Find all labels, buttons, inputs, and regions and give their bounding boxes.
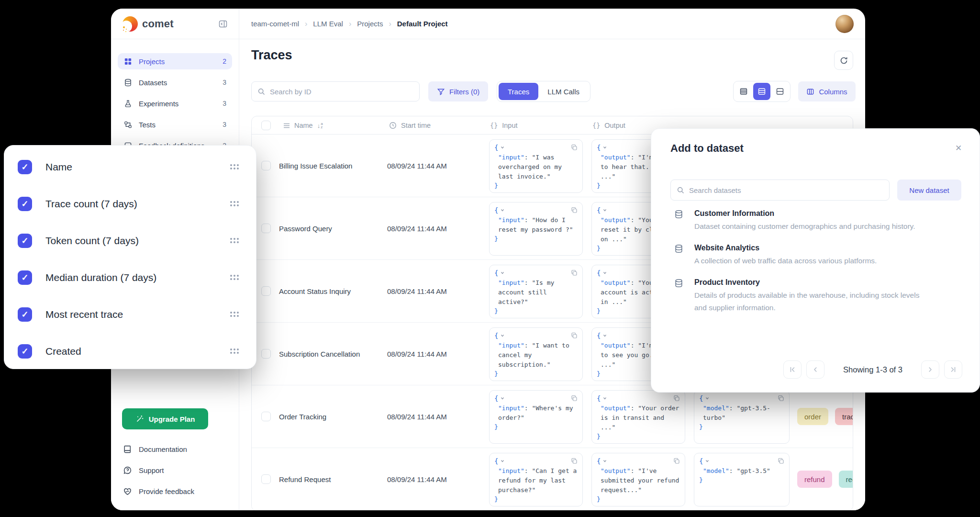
column-option-label: Most recent trace: [45, 309, 123, 320]
column-option-row: ✓ Created: [4, 333, 256, 370]
column-header-start-time[interactable]: Start time: [389, 116, 431, 135]
dataset-search-input[interactable]: [689, 186, 883, 194]
copy-icon[interactable]: [778, 395, 784, 402]
row-checkbox[interactable]: [261, 224, 271, 233]
chevron-down-icon[interactable]: [500, 145, 505, 150]
chevron-down-icon[interactable]: [500, 333, 505, 338]
trace-start-time: 08/09/24 11:44 AM: [387, 162, 447, 170]
breadcrumb-section[interactable]: LLM Eval: [313, 20, 343, 28]
copy-icon[interactable]: [673, 395, 680, 402]
tag-badge: order: [797, 408, 828, 425]
model-json-cell: { "model": "gpt-3.5" }: [694, 453, 790, 506]
collapse-sidebar-icon[interactable]: [217, 18, 229, 30]
row-height-large-icon[interactable]: [771, 83, 789, 100]
drag-handle-icon[interactable]: [230, 238, 239, 243]
copy-icon[interactable]: [571, 270, 578, 276]
column-option-row: ✓ Trace count (7 days): [4, 185, 256, 222]
column-header-label: Input: [502, 122, 517, 129]
chevron-down-icon[interactable]: [602, 459, 607, 463]
new-dataset-button[interactable]: New dataset: [897, 180, 961, 201]
chevron-down-icon[interactable]: [602, 208, 607, 213]
comet-logo-icon: [122, 16, 138, 32]
breadcrumb-current-page: Default Project: [397, 20, 448, 28]
copy-icon[interactable]: [571, 144, 578, 151]
dataset-item-customer-information[interactable]: Customer Information Dataset containing …: [674, 209, 962, 233]
select-all-checkbox[interactable]: [261, 121, 271, 130]
column-checkbox-checked[interactable]: ✓: [18, 160, 32, 174]
row-checkbox[interactable]: [261, 474, 271, 484]
row-height-medium-icon[interactable]: [753, 83, 770, 100]
sidebar-link-support[interactable]: Support: [111, 460, 239, 481]
breadcrumb-projects[interactable]: Projects: [357, 20, 383, 28]
drag-handle-icon[interactable]: [230, 201, 239, 206]
table-row[interactable]: Order Tracking 08/09/24 11:44 AM { "inpu…: [252, 385, 853, 448]
row-height-small-icon[interactable]: [735, 83, 752, 100]
close-icon[interactable]: ✕: [952, 141, 965, 155]
sidebar-item-experiments[interactable]: Experiments 3: [118, 95, 232, 112]
first-page-button[interactable]: [783, 360, 802, 379]
column-checkbox-checked[interactable]: ✓: [18, 197, 32, 211]
chevron-down-icon[interactable]: [602, 333, 607, 338]
copy-icon[interactable]: [571, 395, 578, 402]
chevron-down-icon[interactable]: [602, 270, 607, 275]
copy-icon[interactable]: [571, 207, 578, 214]
chevron-down-icon[interactable]: [500, 396, 505, 401]
breadcrumb-separator: ›: [349, 20, 351, 28]
breadcrumb-workspace[interactable]: team-comet-ml: [251, 20, 299, 28]
dataset-item-website-analytics[interactable]: Website Analytics A collection of web tr…: [674, 244, 962, 267]
column-checkbox-checked[interactable]: ✓: [18, 344, 32, 359]
next-page-button[interactable]: [921, 360, 939, 379]
trace-name: Password Query: [279, 225, 332, 233]
column-header-name[interactable]: Name ↓az: [283, 116, 323, 135]
tab-llm-calls[interactable]: LLM Calls: [538, 83, 589, 100]
dataset-name: Website Analytics: [694, 244, 962, 252]
upgrade-plan-button[interactable]: Upgrade Plan: [122, 408, 208, 429]
chevron-down-icon[interactable]: [500, 459, 505, 463]
chevron-down-icon[interactable]: [500, 208, 505, 213]
chevron-down-icon[interactable]: [602, 396, 607, 401]
column-header-input[interactable]: {} Input: [490, 116, 518, 135]
copy-icon[interactable]: [778, 458, 784, 464]
dataset-item-product-inventory[interactable]: Product Inventory Details of products av…: [674, 278, 962, 314]
sidebar-item-tests[interactable]: Tests 3: [118, 116, 232, 133]
user-avatar[interactable]: [835, 15, 854, 33]
drag-handle-icon[interactable]: [230, 275, 239, 280]
refresh-button[interactable]: [834, 51, 853, 70]
sidebar-link-provide-feedback[interactable]: Provide feedback: [111, 481, 239, 502]
copy-icon[interactable]: [673, 458, 680, 464]
previous-page-button[interactable]: [806, 360, 824, 379]
chevron-down-icon[interactable]: [602, 145, 607, 150]
drag-handle-icon[interactable]: [230, 164, 239, 169]
comet-logo[interactable]: comet: [122, 16, 174, 32]
trace-name: Order Tracking: [279, 413, 326, 421]
tab-traces[interactable]: Traces: [499, 83, 538, 100]
drag-handle-icon[interactable]: [230, 312, 239, 317]
sidebar-item-datasets[interactable]: Datasets 3: [118, 74, 232, 90]
trace-start-time: 08/09/24 11:44 AM: [387, 225, 447, 233]
sort-az-icon[interactable]: ↓az: [317, 122, 323, 129]
copy-icon[interactable]: [571, 458, 578, 464]
chevron-down-icon[interactable]: [500, 270, 505, 275]
column-header-output[interactable]: {} Output: [592, 116, 625, 135]
sidebar-link-label: Support: [139, 466, 164, 474]
filters-button[interactable]: Filters (0): [428, 81, 488, 101]
column-checkbox-checked[interactable]: ✓: [18, 307, 32, 322]
drag-handle-icon[interactable]: [230, 348, 239, 354]
sidebar-item-count: 3: [223, 121, 226, 128]
search-input[interactable]: [270, 88, 413, 96]
last-page-button[interactable]: [944, 360, 962, 379]
copy-icon[interactable]: [571, 332, 578, 339]
column-checkbox-checked[interactable]: ✓: [18, 270, 32, 285]
row-checkbox[interactable]: [261, 349, 271, 359]
sidebar-link-documentation[interactable]: Documentation: [111, 438, 239, 460]
row-checkbox[interactable]: [261, 161, 271, 170]
table-row[interactable]: Refund Request 08/09/24 11:44 AM { "inpu…: [252, 448, 853, 510]
row-checkbox[interactable]: [261, 286, 271, 296]
open-brace: {: [597, 457, 601, 465]
sidebar-item-projects[interactable]: Projects 2: [118, 53, 232, 69]
chevron-down-icon[interactable]: [705, 396, 710, 401]
row-checkbox[interactable]: [261, 412, 271, 421]
chevron-down-icon[interactable]: [705, 459, 710, 463]
columns-button[interactable]: Columns: [798, 81, 856, 101]
column-checkbox-checked[interactable]: ✓: [18, 234, 32, 248]
